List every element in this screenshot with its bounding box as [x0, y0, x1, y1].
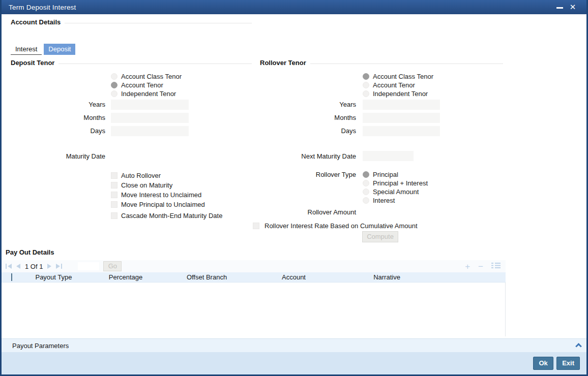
- radio-label: Account Class Tenor: [373, 73, 433, 80]
- radio-principal[interactable]: Principal: [363, 170, 428, 179]
- minimize-button[interactable]: [553, 4, 566, 11]
- previous-page-icon: [16, 264, 20, 269]
- rollover-tenor-heading: Rollover Tenor: [260, 59, 306, 67]
- radio-rollover-independent-tenor[interactable]: Independent Tenor: [363, 89, 433, 98]
- radio-special-amount[interactable]: Special Amount: [363, 187, 428, 196]
- grid-action-icons: + −: [465, 262, 501, 271]
- last-page-button[interactable]: [56, 264, 62, 269]
- tab-deposit[interactable]: Deposit: [44, 44, 75, 55]
- window-title: Term Deposit Interest: [9, 4, 553, 11]
- checkbox-icon: [111, 201, 117, 208]
- radio-account-class-tenor[interactable]: Account Class Tenor: [111, 72, 182, 81]
- page-number-input[interactable]: [78, 262, 99, 270]
- pay-out-details-heading: Pay Out Details: [6, 248, 54, 256]
- section-rule: [58, 64, 252, 64]
- payout-table-body[interactable]: [2, 283, 506, 336]
- delete-row-icon[interactable]: −: [478, 262, 483, 271]
- payout-parameters-heading: Payout Parameters: [12, 342, 69, 350]
- deposit-months-input[interactable]: [111, 113, 189, 123]
- account-details-heading: Account Details: [11, 18, 61, 26]
- rollover-amount-input[interactable]: [363, 207, 440, 217]
- checkbox-label: Close on Maturity: [121, 181, 172, 189]
- next-maturity-date-label: Next Maturity Date: [261, 151, 356, 162]
- radio-selected-icon: [363, 171, 369, 178]
- payout-grid-toolbar: 1 Of 1 Go + −: [2, 260, 506, 272]
- last-page-icon: [61, 264, 62, 269]
- next-page-button[interactable]: [47, 264, 51, 269]
- checkbox-label: Rollover Interest Rate Based on Cumulati…: [264, 222, 418, 230]
- deposit-tenor-section-header: Deposit Tenor: [11, 59, 252, 67]
- checkbox-icon: [111, 172, 117, 179]
- rollover-days-input[interactable]: [363, 126, 440, 136]
- deposit-days-label: Days: [29, 126, 105, 136]
- radio-independent-tenor[interactable]: Independent Tenor: [111, 89, 182, 98]
- radio-label: Account Tenor: [121, 81, 163, 89]
- radio-icon: [363, 82, 369, 88]
- column-header-narrative: Narrative: [340, 273, 434, 281]
- radio-icon: [363, 180, 369, 186]
- rollover-days-label: Days: [280, 126, 356, 136]
- checkbox-rollover-interest-rate-cumulative[interactable]: Rollover Interest Rate Based on Cumulati…: [253, 221, 418, 231]
- add-row-icon[interactable]: +: [465, 262, 470, 271]
- select-all-cell: [2, 273, 22, 281]
- maturity-date-label: Maturity Date: [29, 151, 105, 162]
- radio-rollover-account-tenor[interactable]: Account Tenor: [363, 81, 433, 89]
- radio-label: Interest: [373, 197, 395, 204]
- checkbox-icon: [253, 223, 259, 229]
- maturity-date-input[interactable]: [111, 151, 163, 161]
- radio-interest[interactable]: Interest: [363, 196, 428, 205]
- radio-selected-icon: [363, 73, 369, 80]
- rollover-years-label: Years: [280, 100, 356, 110]
- payout-grid-header: Payout Type Percentage Offset Branch Acc…: [2, 272, 506, 283]
- rollover-months-input[interactable]: [363, 113, 440, 123]
- radio-label: Special Amount: [373, 188, 419, 196]
- checkbox-label: Move Principal to Unclaimed: [121, 201, 205, 208]
- radio-label: Account Class Tenor: [121, 73, 182, 80]
- radio-principal-plus-interest[interactable]: Principal + Interest: [363, 179, 428, 187]
- footer-action-bar: Ok Exit: [2, 352, 586, 374]
- chevron-up-icon[interactable]: [575, 343, 582, 350]
- next-maturity-date-input[interactable]: [363, 151, 414, 161]
- radio-icon: [111, 90, 117, 97]
- rollover-type-radio-group: Principal Principal + Interest Special A…: [363, 170, 428, 205]
- close-button[interactable]: ✕: [566, 3, 579, 12]
- go-button[interactable]: Go: [103, 261, 122, 271]
- last-page-icon: [56, 264, 60, 269]
- checkbox-cascade-month-end-maturity-date[interactable]: Cascade Month-End Maturity Date: [111, 211, 222, 221]
- radio-rollover-account-class-tenor[interactable]: Account Class Tenor: [363, 72, 433, 81]
- radio-label: Independent Tenor: [373, 90, 428, 98]
- rollover-amount-label: Rollover Amount: [280, 207, 356, 217]
- term-deposit-interest-window: Term Deposit Interest ✕ Account Details …: [0, 0, 588, 376]
- rollover-months-label: Months: [280, 113, 356, 123]
- page-indicator: 1 Of 1: [25, 263, 43, 270]
- select-all-checkbox[interactable]: [11, 273, 12, 281]
- deposit-years-input[interactable]: [111, 100, 189, 110]
- exit-button[interactable]: Exit: [556, 357, 580, 370]
- checkbox-auto-rollover[interactable]: Auto Rollover: [111, 171, 222, 180]
- radio-icon: [363, 197, 369, 204]
- deposit-days-input[interactable]: [111, 126, 189, 136]
- tab-strip: Interest Deposit: [11, 44, 75, 55]
- tab-interest[interactable]: Interest: [11, 44, 42, 55]
- rollover-tenor-section-header: Rollover Tenor: [260, 59, 503, 67]
- checkbox-close-on-maturity[interactable]: Close on Maturity: [111, 180, 222, 190]
- section-rule: [65, 23, 252, 23]
- ok-button[interactable]: Ok: [533, 357, 553, 370]
- checkbox-move-interest-to-unclaimed[interactable]: Move Interest to Unclaimed: [111, 190, 222, 200]
- previous-page-button[interactable]: [16, 264, 20, 269]
- rollover-years-input[interactable]: [363, 100, 440, 110]
- column-header-offset-branch: Offset Branch: [166, 273, 248, 281]
- payout-parameters-bar[interactable]: Payout Parameters: [2, 338, 586, 352]
- checkbox-label: Move Interest to Unclaimed: [121, 191, 201, 199]
- first-page-button[interactable]: [6, 264, 12, 269]
- deposit-options-checkbox-group: Auto Rollover Close on Maturity Move Int…: [111, 171, 222, 221]
- radio-label: Account Tenor: [373, 81, 415, 89]
- compute-button[interactable]: Compute: [362, 231, 398, 242]
- single-view-icon[interactable]: [491, 262, 501, 270]
- radio-account-tenor[interactable]: Account Tenor: [111, 81, 182, 89]
- radio-icon: [363, 90, 369, 97]
- checkbox-icon: [111, 182, 117, 189]
- column-header-percentage: Percentage: [85, 273, 166, 281]
- checkbox-move-principal-to-unclaimed[interactable]: Move Principal to Unclaimed: [111, 200, 222, 209]
- radio-label: Principal + Interest: [373, 179, 428, 187]
